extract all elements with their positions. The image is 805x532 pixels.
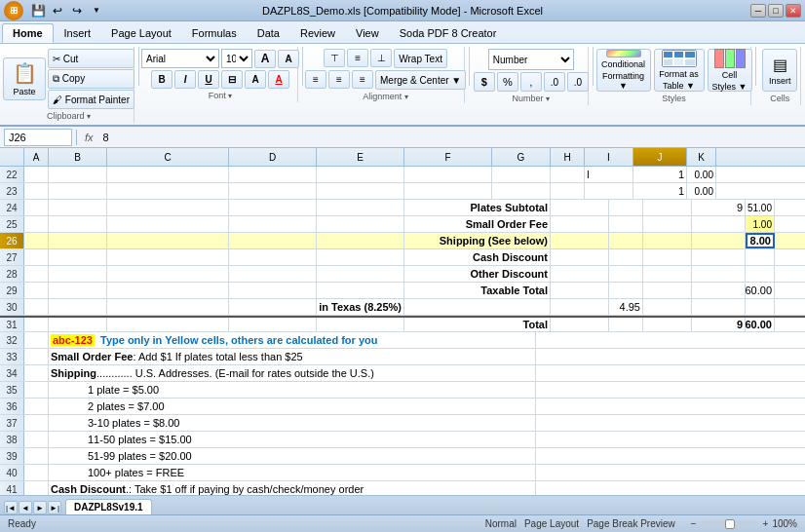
cell-D26[interactable] <box>229 233 317 248</box>
cell-F27[interactable]: Cash Discount <box>404 249 551 265</box>
cell-K29[interactable]: 60.00 <box>746 283 775 298</box>
cell-B35[interactable]: 1 plate = $5.00 <box>49 382 536 398</box>
cell-A35[interactable] <box>24 382 49 398</box>
cell-C28[interactable] <box>107 266 229 282</box>
cell-A39[interactable] <box>24 448 49 464</box>
format-painter-button[interactable]: 🖌 Format Painter <box>48 90 134 109</box>
fill-color-btn[interactable]: A <box>245 70 266 89</box>
cell-A23[interactable] <box>24 183 49 199</box>
cell-C31[interactable] <box>107 318 229 331</box>
cell-K22[interactable]: 0.00 <box>687 167 716 182</box>
view-page-layout[interactable]: Page Layout <box>524 518 579 529</box>
cell-H26[interactable] <box>609 233 643 248</box>
conditional-formatting-btn[interactable]: Conditional Formatting ▼ <box>596 49 651 92</box>
shrink-font-btn[interactable]: A <box>278 50 299 68</box>
cell-I30[interactable] <box>643 299 692 315</box>
cell-E29[interactable] <box>317 283 404 298</box>
insert-cells-btn[interactable]: ▤ Insert <box>762 49 797 92</box>
row-num-25[interactable]: 25 <box>0 216 24 232</box>
bold-btn[interactable]: B <box>151 70 172 89</box>
col-header-J[interactable]: J <box>633 148 687 166</box>
cell-A24[interactable] <box>24 200 49 215</box>
cell-D22[interactable] <box>229 167 317 182</box>
cell-F31[interactable]: Total <box>404 318 551 331</box>
col-header-B[interactable]: B <box>49 148 107 166</box>
col-header-E[interactable]: E <box>317 148 404 166</box>
top-align-btn[interactable]: ⊤ <box>324 49 345 67</box>
tab-soda-pdf[interactable]: Soda PDF 8 Creator <box>390 23 507 43</box>
row-num-30[interactable]: 30 <box>0 299 24 315</box>
row-num-26[interactable]: 26 <box>0 233 24 248</box>
cell-I31[interactable] <box>643 318 692 331</box>
col-header-F[interactable]: F <box>404 148 492 166</box>
copy-button[interactable]: ⧉ Copy <box>48 69 134 89</box>
cell-G26[interactable] <box>551 233 609 248</box>
cell-A30[interactable] <box>24 299 49 315</box>
cell-B28[interactable] <box>49 266 107 282</box>
cell-A22[interactable] <box>24 167 49 182</box>
cell-E31[interactable] <box>317 318 404 331</box>
increase-decimal-btn[interactable]: .0 <box>544 72 565 92</box>
cell-A40[interactable] <box>24 465 49 480</box>
cell-G30[interactable] <box>551 299 609 315</box>
right-align-btn[interactable]: ≡ <box>352 70 373 89</box>
cell-B37[interactable]: 3-10 plates = $8.00 <box>49 415 536 431</box>
cell-C27[interactable] <box>107 249 229 265</box>
cell-J24[interactable]: 9 <box>692 200 746 215</box>
cell-K30[interactable] <box>746 299 775 315</box>
wrap-text-btn[interactable]: Wrap Text <box>394 49 447 68</box>
cell-J22[interactable]: 1 <box>633 167 687 182</box>
cell-B33[interactable]: Small Order Fee: Add $1 If plates total … <box>49 349 536 364</box>
tab-first-btn[interactable]: |◄ <box>4 501 18 514</box>
row-num-32[interactable]: 32 <box>0 332 24 348</box>
cell-C24[interactable] <box>107 200 229 215</box>
tab-next-btn[interactable]: ► <box>33 501 47 514</box>
col-header-A[interactable]: A <box>24 148 49 166</box>
cell-A32[interactable] <box>24 332 49 348</box>
view-page-break[interactable]: Page Break Preview <box>587 518 675 529</box>
cell-F29[interactable]: Taxable Total <box>404 283 551 298</box>
paste-button[interactable]: 📋 Paste <box>3 57 46 100</box>
underline-btn[interactable]: U <box>198 70 219 89</box>
cell-B23[interactable] <box>49 183 107 199</box>
cell-H25[interactable] <box>609 216 643 232</box>
cell-E30[interactable]: Sales Tax in Texas (8.25%) <box>317 299 404 315</box>
cell-I24[interactable] <box>643 200 692 215</box>
cell-G31[interactable] <box>551 318 609 331</box>
row-num-39[interactable]: 39 <box>0 448 24 464</box>
cell-C25[interactable] <box>107 216 229 232</box>
cell-D31[interactable] <box>229 318 317 331</box>
cell-B26[interactable] <box>49 233 107 248</box>
cell-F23[interactable] <box>404 183 492 199</box>
cell-styles-btn[interactable]: Cell Styles ▼ <box>708 49 752 92</box>
cell-H22[interactable] <box>551 167 585 182</box>
cell-I25[interactable] <box>643 216 692 232</box>
format-as-table-btn[interactable]: Format as Table ▼ <box>654 49 705 92</box>
cell-K26-active[interactable]: 8.00 <box>746 233 775 248</box>
cell-B32[interactable]: abc-123 Type only in Yellow cells, other… <box>49 332 536 348</box>
row-num-41[interactable]: 41 <box>0 481 24 495</box>
close-btn[interactable]: ✕ <box>786 4 801 18</box>
cell-I29[interactable] <box>643 283 692 298</box>
row-num-35[interactable]: 35 <box>0 382 24 398</box>
col-header-H[interactable]: H <box>551 148 585 166</box>
cell-E26[interactable] <box>317 233 404 248</box>
cell-B31[interactable] <box>49 318 107 331</box>
cell-D25[interactable] <box>229 216 317 232</box>
grow-font-btn[interactable]: A <box>254 50 276 68</box>
border-btn[interactable]: ⊟ <box>221 70 243 89</box>
col-header-I[interactable]: I <box>585 148 633 166</box>
cell-E28[interactable] <box>317 266 404 282</box>
row-num-23[interactable]: 23 <box>0 183 24 199</box>
cell-H29[interactable] <box>609 283 643 298</box>
quick-undo[interactable]: ↩ <box>49 2 66 19</box>
cell-A37[interactable] <box>24 415 49 431</box>
cell-I23[interactable] <box>585 183 633 199</box>
cell-D27[interactable] <box>229 249 317 265</box>
cell-A38[interactable] <box>24 432 49 447</box>
cell-J31[interactable]: 9 <box>692 318 746 331</box>
cell-B27[interactable] <box>49 249 107 265</box>
number-format-select[interactable]: Number <box>488 49 574 70</box>
tab-data[interactable]: Data <box>248 23 289 43</box>
cell-F26[interactable]: Shipping (See below) <box>404 233 551 248</box>
